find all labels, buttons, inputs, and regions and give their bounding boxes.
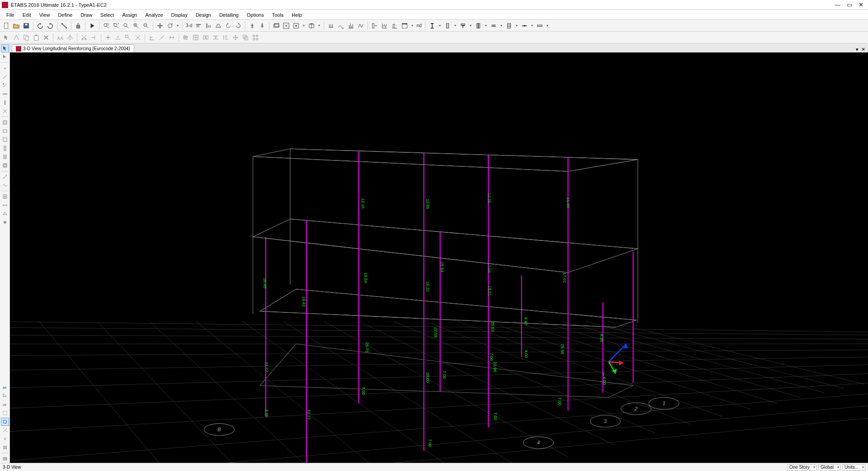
design-steel-button[interactable] (428, 21, 437, 30)
show-extrude-button[interactable] (272, 21, 281, 30)
show-selection-tool[interactable] (1, 455, 9, 463)
menu-edit[interactable]: Edit (19, 11, 35, 19)
trim-button[interactable] (80, 33, 89, 42)
draw-joint-tool[interactable] (1, 64, 9, 72)
rotate-cw-button[interactable] (234, 21, 243, 30)
slab-dropdown-icon[interactable]: ▾ (545, 24, 550, 28)
dimension-tool[interactable] (1, 201, 9, 209)
wall-dropdown-icon[interactable]: ▾ (514, 24, 519, 28)
extend-button[interactable] (90, 33, 99, 42)
offset-button[interactable] (241, 33, 250, 42)
joist-dropdown-icon[interactable]: ▾ (499, 24, 504, 28)
zoom-out-button[interactable] (142, 21, 151, 30)
reshape-tool[interactable] (1, 53, 9, 61)
replicate-button[interactable] (56, 33, 65, 42)
draw-tendon-tool[interactable] (1, 181, 9, 189)
draw-wall-tool[interactable] (1, 144, 9, 152)
compcol-dropdown-icon[interactable]: ▾ (484, 24, 488, 28)
show-hinge-button[interactable] (390, 21, 399, 30)
close-button[interactable]: ✕ (859, 1, 863, 8)
draw-secondary-tool[interactable] (1, 107, 9, 115)
rotate-ccw-button[interactable] (224, 21, 233, 30)
select-line-tool[interactable] (1, 426, 9, 434)
menu-analyze[interactable]: Analyze (142, 11, 166, 19)
refresh-button[interactable] (60, 21, 69, 30)
child-restore-button[interactable]: ▾ (856, 47, 859, 52)
spring-tool[interactable] (1, 218, 9, 226)
mesh-button[interactable] (181, 33, 190, 42)
composite-dropdown-icon[interactable]: ▾ (468, 24, 473, 28)
draw-wall-opening-tool[interactable] (1, 161, 9, 170)
show-loads-button[interactable] (326, 21, 335, 30)
move-down-button[interactable] (258, 21, 267, 30)
design-compcol-button[interactable] (474, 21, 483, 30)
join-button[interactable] (201, 33, 210, 42)
mirror-button[interactable] (66, 33, 75, 42)
menu-help[interactable]: Help (288, 11, 306, 19)
show-response-button[interactable] (370, 21, 379, 30)
paste-button[interactable] (32, 33, 41, 42)
view-plan-button[interactable]: Pl (194, 21, 203, 30)
save-button[interactable] (22, 21, 31, 30)
design-concrete-button[interactable] (443, 21, 452, 30)
zoom-prev-button[interactable] (122, 21, 131, 30)
view-elev-button[interactable]: El (204, 21, 213, 30)
show-undeformed-button[interactable] (307, 21, 316, 30)
menu-options[interactable]: Options (243, 11, 268, 19)
snap-line-button[interactable] (157, 33, 166, 42)
array-button[interactable] (251, 33, 260, 42)
open-button[interactable] (12, 21, 21, 30)
menu-tools[interactable]: Tools (269, 11, 288, 19)
show-energy-button[interactable] (356, 21, 365, 30)
object-shrink-button[interactable] (282, 21, 291, 30)
delete-button[interactable] (42, 33, 51, 42)
menu-draw[interactable]: Draw (77, 11, 96, 19)
menu-assign[interactable]: Assign (118, 11, 141, 19)
deselect-tool[interactable] (1, 435, 9, 443)
coord-combo[interactable]: Global (818, 464, 840, 471)
story-combo[interactable]: One Story (787, 464, 816, 471)
menu-display[interactable]: Display (168, 11, 191, 19)
zoom-full-button[interactable] (112, 21, 121, 30)
select-tool[interactable] (1, 44, 9, 52)
grid-tool[interactable] (1, 193, 9, 201)
snap-end-button[interactable] (123, 33, 132, 42)
show-tool[interactable] (1, 210, 9, 218)
maximize-button[interactable]: ▭ (847, 1, 852, 8)
draw-floor-tool[interactable] (1, 118, 9, 127)
design-joist-button[interactable] (489, 21, 498, 30)
draw-quick-area-tool[interactable] (1, 136, 9, 144)
show-forces-button[interactable] (346, 21, 355, 30)
design-slab-button[interactable] (535, 21, 544, 30)
child-close-button[interactable]: ✕ (861, 47, 865, 52)
select-prev-tool[interactable] (1, 392, 9, 400)
tables-dropdown-icon[interactable]: ▾ (410, 24, 415, 28)
redo-button[interactable] (46, 21, 55, 30)
viewport-3d[interactable]: Y 12.1512.8512.2511.9916.4516.4216.5418.… (10, 52, 868, 463)
undeformed-dropdown-icon[interactable]: ▾ (317, 24, 321, 28)
move-button[interactable] (231, 33, 240, 42)
pan-button[interactable] (156, 21, 165, 30)
show-plot-button[interactable] (380, 21, 389, 30)
draw-quick-frame-tool[interactable] (1, 81, 9, 89)
steel-dropdown-icon[interactable]: ▾ (438, 24, 442, 28)
merge-button[interactable] (211, 33, 220, 42)
view-3d-label[interactable]: 3-d (185, 23, 193, 28)
run-analysis-button[interactable] (88, 21, 97, 30)
menu-view[interactable]: View (36, 11, 54, 19)
menu-define[interactable]: Define (54, 11, 76, 19)
new-button[interactable] (2, 21, 11, 30)
perspective-toggle-button[interactable] (214, 21, 223, 30)
copy-button[interactable] (22, 33, 31, 42)
draw-wall-stack-tool[interactable] (1, 153, 9, 161)
minimize-button[interactable]: — (835, 1, 840, 8)
connection-dropdown-icon[interactable]: ▾ (530, 24, 534, 28)
select-all-tool[interactable]: all (1, 383, 9, 391)
menu-select[interactable]: Select (97, 11, 118, 19)
menu-file[interactable]: File (3, 11, 18, 19)
align-button[interactable] (221, 33, 230, 42)
zoom-rubber-button[interactable] (102, 21, 111, 30)
divide-button[interactable] (191, 33, 200, 42)
snap-mid-button[interactable] (113, 33, 123, 42)
rotate-dropdown-icon[interactable]: ▾ (175, 24, 180, 28)
